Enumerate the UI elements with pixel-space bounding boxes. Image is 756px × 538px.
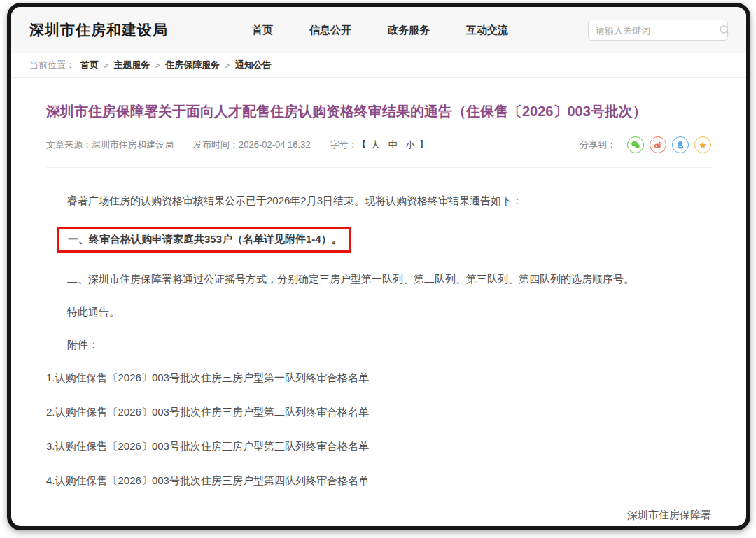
source-value: 深圳市住房和建设局 — [92, 139, 174, 150]
article-title: 深圳市住房保障署关于面向人才配售住房认购资格终审结果的通告（住保售〔2026〕0… — [46, 101, 711, 121]
article-meta: 文章来源：深圳市住房和建设局 发布时间：2026-02-04 16:32 字号：… — [46, 136, 711, 153]
qq-share-icon[interactable] — [672, 136, 689, 153]
search-box[interactable] — [588, 20, 728, 41]
attachment-link-2[interactable]: 2.认购住保售〔2026〕003号批次住房三房户型第二队列终审合格名单 — [46, 406, 711, 418]
fontsize-label: 字号： — [330, 139, 358, 150]
nav-item-home[interactable]: 首页 — [252, 24, 273, 37]
site-logo-title: 深圳市住房和建设局 — [29, 20, 168, 40]
article-body: 睿著广场住房的认购资格审核结果公示已于2026年2月3日结束。现将认购资格终审结… — [46, 194, 711, 530]
issuing-authority: 深圳市住房保障署 — [46, 509, 711, 522]
publish-label: 发布时间： — [193, 139, 239, 150]
article-source: 文章来源：深圳市住房和建设局 — [46, 139, 174, 151]
main-nav: 首页 信息公开 政务服务 互动交流 — [252, 24, 508, 37]
breadcrumb-separator: > — [155, 60, 161, 71]
breadcrumb-item-notices[interactable]: 通知公告 — [235, 59, 272, 71]
site-header: 深圳市住房和建设局 首页 信息公开 政务服务 互动交流 — [11, 7, 746, 53]
paragraph-lottery: 二、深圳市住房保障署将通过公证摇号方式，分别确定三房户型第一队列、第二队列、第三… — [46, 273, 711, 285]
page-window: 深圳市住房和建设局 首页 信息公开 政务服务 互动交流 当前位置： 首页 > 主… — [7, 3, 750, 530]
paragraph-closing: 特此通告。 — [46, 306, 711, 318]
nav-item-info-disclosure[interactable]: 信息公开 — [309, 24, 351, 37]
breadcrumb-item-theme-services[interactable]: 主题服务 — [114, 59, 150, 71]
qzone-star-icon[interactable]: ★ — [694, 136, 711, 153]
fontsize-large-button[interactable]: 大 — [371, 139, 380, 150]
breadcrumb-separator: > — [104, 60, 109, 71]
breadcrumb: 当前位置： 首页 > 主题服务 > 住房保障服务 > 通知公告 — [11, 53, 746, 78]
nav-item-interaction[interactable]: 互动交流 — [466, 24, 508, 37]
breadcrumb-item-housing-security[interactable]: 住房保障服务 — [165, 59, 220, 71]
breadcrumb-item-home[interactable]: 首页 — [80, 59, 99, 71]
fontsize-bracket-right: 】 — [419, 139, 428, 150]
paragraph-key-result: 一、终审合格认购申请家庭共353户（名单详见附件1-4）。 — [68, 233, 342, 245]
fontsize-bracket-left: 【 — [358, 139, 367, 150]
red-annotation-box: 一、终审合格认购申请家庭共353户（名单详见附件1-4）。 — [57, 227, 351, 253]
breadcrumb-label: 当前位置： — [29, 59, 75, 71]
fontsize-medium-button[interactable]: 中 — [388, 139, 398, 150]
source-label: 文章来源： — [46, 139, 92, 150]
meta-divider — [46, 167, 711, 168]
publish-time: 发布时间：2026-02-04 16:32 — [193, 139, 311, 151]
fontsize-control: 字号：【大中小】 — [330, 139, 428, 151]
breadcrumb-separator: > — [225, 60, 230, 71]
fontsize-small-button[interactable]: 小 — [406, 139, 415, 150]
attachment-link-1[interactable]: 1.认购住保售〔2026〕003号批次住房三房户型第一队列终审合格名单 — [46, 371, 711, 384]
attachment-link-3[interactable]: 3.认购住保售〔2026〕003号批次住房三房户型第三队列终审合格名单 — [46, 440, 711, 453]
signature-block: 深圳市住房保障署 2026年2月4日 — [46, 509, 711, 530]
weibo-share-icon[interactable] — [650, 136, 666, 153]
search-icon[interactable] — [719, 24, 730, 36]
paragraph-intro: 睿著广场住房的认购资格审核结果公示已于2026年2月3日结束。现将认购资格终审结… — [46, 194, 711, 207]
attachment-link-4[interactable]: 4.认购住保售〔2026〕003号批次住房三房户型第四队列终审合格名单 — [46, 474, 711, 487]
share-bar: 分享到： — [580, 136, 711, 153]
nav-item-gov-services[interactable]: 政务服务 — [388, 24, 430, 37]
article: 深圳市住房保障署关于面向人才配售住房认购资格终审结果的通告（住保售〔2026〕0… — [11, 78, 746, 530]
search-input[interactable] — [596, 25, 719, 36]
wechat-share-icon[interactable] — [627, 136, 644, 153]
highlight-row: 一、终审合格认购申请家庭共353户（名单详见附件1-4）。 — [57, 227, 711, 253]
share-label: 分享到： — [580, 139, 616, 151]
publish-value: 2026-02-04 16:32 — [239, 139, 311, 150]
attachments-label: 附件： — [46, 339, 711, 351]
